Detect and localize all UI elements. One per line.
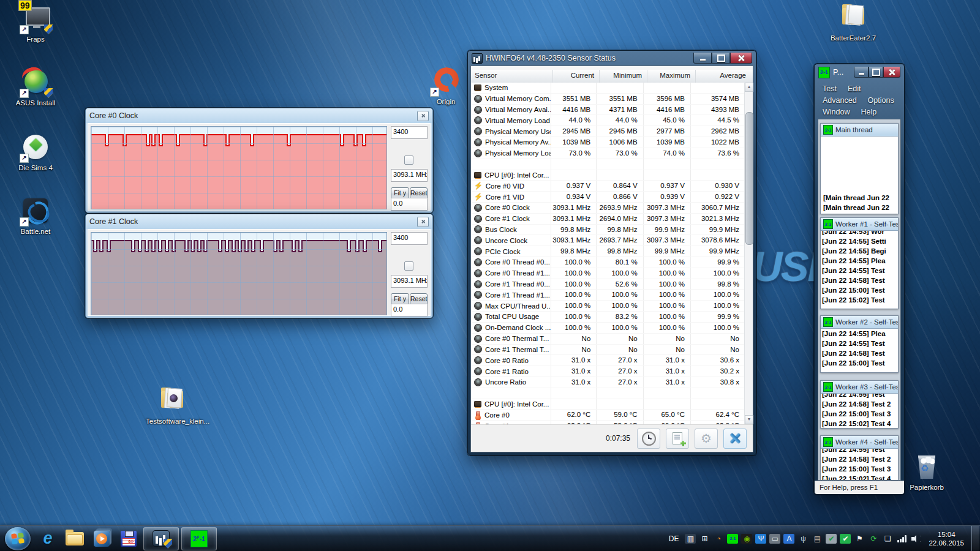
sensor-row[interactable]: Core #1 Ratio31.0 x27.0 x31.0 x30.2 x: [471, 366, 745, 377]
security-check-tray-icon[interactable]: ✔: [840, 534, 851, 544]
close-button[interactable]: [883, 67, 900, 78]
sensor-row[interactable]: Core #0 Thermal T...NoNoNoNo: [471, 334, 745, 345]
scroll-down-icon[interactable]: ▼: [745, 415, 753, 424]
mdi-child-titlebar[interactable]: 2-1Worker #1 - Self-Tes: [821, 218, 898, 231]
column-header-minimum[interactable]: Minimum: [600, 70, 647, 83]
sensor-row[interactable]: Max CPU/Thread U...100.0 %100.0 %100.0 %…: [471, 301, 745, 312]
disable-monitoring-icon[interactable]: [723, 429, 747, 449]
close-icon[interactable]: [417, 217, 429, 227]
y-axis-min-field[interactable]: 0.0: [391, 304, 428, 317]
sensor-section-row[interactable]: System: [471, 83, 745, 94]
start-button[interactable]: [5, 527, 31, 550]
sensor-row[interactable]: Core #1 Thread #0...100.0 %52.6 %100.0 %…: [471, 279, 745, 290]
mdi-child-titlebar[interactable]: 2-1Worker #4 - Self-Tes: [821, 436, 898, 449]
network-signal-icon[interactable]: [896, 534, 907, 544]
action-center-flag-icon[interactable]: ⚑: [854, 534, 865, 544]
core1-clock-titlebar[interactable]: Core #1 Clock: [86, 214, 432, 229]
sensor-row[interactable]: Uncore Clock3093.1 MHz2693.7 MHz3097.3 M…: [471, 235, 745, 246]
y-axis-max-field[interactable]: 3400: [391, 126, 428, 139]
display-tray-icon[interactable]: ▭: [769, 534, 780, 544]
graph-checkbox[interactable]: [404, 261, 413, 271]
power-plug-tray-icon[interactable]: ❏: [882, 534, 893, 544]
sensor-row[interactable]: Virtual Memory Avai...4416 MB4371 MB4416…: [471, 105, 745, 116]
sync-tray-icon[interactable]: ⟳: [868, 534, 879, 544]
menu-edit[interactable]: Edit: [848, 84, 861, 93]
show-desktop-button[interactable]: [971, 526, 979, 551]
sensor-row[interactable]: Uncore Ratio31.0 x27.0 x31.0 x30.8 x: [471, 377, 745, 388]
scrollbar-thumb[interactable]: [745, 112, 753, 245]
close-button[interactable]: [730, 53, 752, 64]
sensor-row[interactable]: Physical Memory Load73.0 %73.0 %74.0 %73…: [471, 148, 745, 159]
maximize-button[interactable]: [712, 53, 730, 64]
desktop-icon-testsoftware[interactable]: Testsoftware_klein...: [146, 386, 198, 425]
language-indicator[interactable]: DE: [665, 534, 683, 543]
sensor-row[interactable]: Virtual Memory Com...3551 MB3551 MB3596 …: [471, 94, 745, 105]
timer-clock-icon[interactable]: [637, 429, 660, 449]
current-value-field[interactable]: 3093.1 MHz: [391, 275, 428, 288]
close-icon[interactable]: [417, 111, 429, 121]
prime95-titlebar[interactable]: 2-1 P...: [815, 64, 904, 80]
taskbar-clock[interactable]: 15:04 22.06.2015: [924, 530, 969, 547]
settings-gear-icon[interactable]: ⚙: [695, 429, 718, 449]
desktop-icon-battereater[interactable]: BatterEater2.7: [827, 2, 880, 42]
disk-tray-icon[interactable]: ▤: [812, 534, 823, 544]
sensor-section-row[interactable]: CPU [#0]: Intel Cor...: [471, 170, 745, 181]
ime-tray-icon[interactable]: A: [783, 534, 794, 544]
sensor-row[interactable]: PCIe Clock99.8 MHz99.8 MHz99.9 MHz99.9 M…: [471, 246, 745, 257]
sensor-row[interactable]: Core #1 Thermal T...NoNoNoNo: [471, 345, 745, 356]
taskbar-hwinfo-launcher[interactable]: 64·: [115, 527, 142, 551]
sensor-row[interactable]: Core #062.0 °C59.0 °C65.0 °C62.4 °C: [471, 410, 745, 421]
desktop-icon-origin[interactable]: ↗ Origin: [420, 66, 472, 105]
hwinfo-tray-icon[interactable]: ▥: [685, 534, 696, 544]
menu-window[interactable]: Window: [823, 108, 850, 116]
wireless-tray-icon[interactable]: Ψ: [755, 534, 766, 544]
menu-help[interactable]: Help: [861, 108, 876, 116]
hwinfo-titlebar[interactable]: HWiNFO64 v4.48-2350 Sensor Status: [468, 51, 756, 66]
column-header-maximum[interactable]: Maximum: [647, 70, 696, 83]
minimize-button[interactable]: [693, 53, 712, 64]
desktop-icon-fraps[interactable]: 99 ↗ Fraps: [9, 4, 62, 43]
usb-tray-icon[interactable]: ψ: [797, 534, 809, 544]
taskbar-internet-explorer[interactable]: e: [34, 527, 61, 551]
column-header-current[interactable]: Current: [553, 70, 600, 83]
column-header-sensor[interactable]: Sensor: [471, 70, 553, 83]
core0-clock-titlebar[interactable]: Core #0 Clock: [86, 108, 432, 123]
graph-checkbox[interactable]: [404, 156, 413, 165]
menu-advanced[interactable]: Advanced: [823, 96, 857, 105]
sensor-row[interactable]: Core #0 Thread #0...100.0 %80.1 %100.0 %…: [471, 257, 745, 268]
sensor-row[interactable]: Physical Memory Used2945 MB2945 MB2977 M…: [471, 126, 745, 137]
taskbar-hwinfo-window-button[interactable]: [143, 527, 179, 550]
current-value-field[interactable]: 3093.1 MHz: [391, 169, 428, 182]
sensor-row[interactable]: Physical Memory Av...1039 MB1006 MB1039 …: [471, 137, 745, 148]
y-axis-min-field[interactable]: 0.0: [391, 198, 428, 211]
desktop-icon-die-sims-4[interactable]: ↗ Die Sims 4: [9, 132, 62, 171]
vertical-scrollbar[interactable]: ▲ ▼: [744, 83, 753, 424]
mdi-child-titlebar[interactable]: 2-1Worker #3 - Self-Tes: [821, 381, 898, 394]
minimize-button[interactable]: [854, 67, 869, 78]
mdi-child-titlebar[interactable]: 2-1Worker #2 - Self-Tes: [821, 316, 898, 329]
windows-flag-tray-icon[interactable]: ⊞: [699, 534, 710, 544]
add-report-icon[interactable]: [666, 429, 689, 449]
sensor-row[interactable]: Core #0 Clock3093.1 MHz2693.9 MHz3097.3 …: [471, 203, 745, 214]
sensor-row[interactable]: ⚡Core #1 VID0.934 V0.866 V0.939 V0.922 V: [471, 192, 745, 203]
desktop-icon-papierkorb[interactable]: ♻ Papierkorb: [900, 452, 953, 491]
sensor-row[interactable]: Core #1 Clock3093.1 MHz2694.0 MHz3097.3 …: [471, 214, 745, 225]
java-update-tray-icon[interactable]: ◔: [713, 534, 724, 544]
sensor-row[interactable]: Core #0 Thread #1...100.0 %100.0 %100.0 …: [471, 268, 745, 279]
prime95-tray-icon[interactable]: 2-1: [727, 534, 738, 544]
sensor-row[interactable]: Bus Clock99.8 MHz99.8 MHz99.9 MHz99.9 MH…: [471, 225, 745, 236]
desktop-icon-asus-install[interactable]: ↗ ASUS Install: [9, 67, 62, 107]
sensor-section-row[interactable]: CPU [#0]: Intel Cor...: [471, 399, 745, 410]
volume-icon[interactable]: [910, 534, 921, 544]
sensor-row[interactable]: ⚡Core #0 VID0.937 V0.864 V0.937 V0.930 V: [471, 181, 745, 192]
taskbar-windows-explorer[interactable]: [61, 527, 88, 551]
taskbar-media-player[interactable]: [88, 527, 115, 551]
scroll-up-icon[interactable]: ▲: [745, 83, 753, 92]
nvidia-tray-icon[interactable]: ◉: [741, 534, 752, 544]
mdi-child-titlebar[interactable]: 2-1Main thread: [821, 124, 898, 137]
sensor-row[interactable]: Core #1 Thread #1...100.0 %100.0 %100.0 …: [471, 290, 745, 301]
usb-eject-tray-icon[interactable]: ✔: [826, 534, 837, 544]
menu-options[interactable]: Options: [868, 96, 894, 105]
sensor-row[interactable]: Total CPU Usage100.0 %83.2 %100.0 %99.9 …: [471, 312, 745, 323]
sensor-row[interactable]: On-Demand Clock ...100.0 %100.0 %100.0 %…: [471, 323, 745, 334]
